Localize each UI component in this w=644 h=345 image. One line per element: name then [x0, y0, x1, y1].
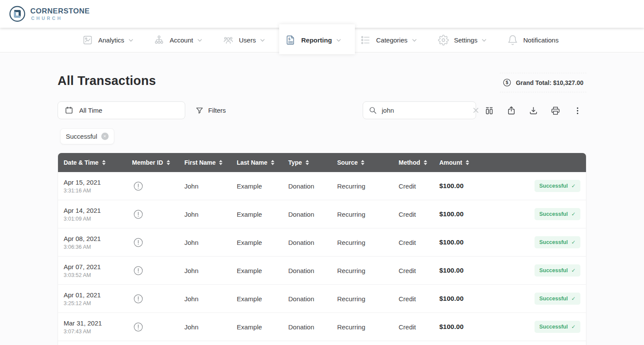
chevron-down-icon — [482, 39, 486, 42]
check-icon: ✓ — [571, 211, 576, 217]
church-logo-icon — [7, 3, 28, 24]
print-button[interactable] — [547, 103, 563, 118]
table-row[interactable]: Apr 08, 2021 3:06:36 AM John Example Don… — [58, 228, 586, 257]
chevron-down-icon — [336, 39, 341, 42]
row-last-name: Example — [237, 239, 288, 246]
row-first-name: John — [184, 182, 237, 190]
member-id-alert-icon[interactable] — [132, 181, 143, 191]
nav-label-categories: Categories — [376, 36, 408, 44]
filter-chip-successful: Successful × — [60, 128, 114, 144]
app-window: CORNERSTONE CHURCH Analytics — [0, 0, 644, 345]
row-time: 3:07:43 AM — [64, 329, 132, 335]
sort-icon — [424, 160, 427, 165]
columns-view-button[interactable] — [481, 103, 497, 118]
member-id-alert-icon[interactable] — [132, 238, 143, 247]
column-header-last-name[interactable]: Last Name — [237, 159, 288, 166]
nav-label-account: Account — [170, 36, 193, 44]
member-id-alert-icon[interactable] — [132, 266, 143, 276]
table-header-row: Date & Time Member ID First Name Last Na… — [58, 153, 586, 172]
brand-subtitle: CHURCH — [31, 16, 90, 21]
column-header-source[interactable]: Source — [337, 159, 399, 166]
nav-label-settings: Settings — [454, 36, 477, 44]
column-header-method[interactable]: Method — [399, 159, 439, 166]
nav-label-users: Users — [239, 36, 256, 44]
date-range-value: All Time — [79, 107, 102, 114]
row-method: Credit — [399, 182, 439, 190]
row-date: Apr 07, 2021 — [64, 263, 132, 270]
chip-remove-icon[interactable]: × — [101, 133, 109, 140]
sort-icon — [361, 160, 364, 165]
row-method: Credit — [399, 211, 439, 218]
column-header-date-time[interactable]: Date & Time — [64, 159, 132, 166]
row-date: Apr 08, 2021 — [64, 235, 132, 242]
member-id-alert-icon[interactable] — [132, 322, 143, 332]
funnel-icon — [196, 107, 203, 114]
download-button[interactable] — [525, 103, 541, 118]
row-time: 3:01:09 AM — [64, 216, 132, 222]
column-header-member-id[interactable]: Member ID — [132, 159, 184, 166]
row-type: Donation — [288, 211, 337, 218]
filter-chip-label: Successful — [66, 133, 97, 140]
table-row[interactable]: Apr 01, 2021 3:25:12 AM John Example Don… — [58, 285, 586, 313]
chevron-down-icon — [260, 39, 265, 42]
nav-item-account[interactable]: Account — [154, 28, 202, 52]
table-row[interactable]: Apr 14, 2021 3:01:09 AM John Example Don… — [58, 200, 586, 228]
sort-icon — [219, 160, 222, 165]
row-time: 3:03:52 AM — [64, 272, 132, 278]
member-id-alert-icon[interactable] — [132, 209, 143, 219]
table-row[interactable]: Apr 15, 2021 3:31:16 AM John Example Don… — [58, 172, 586, 200]
row-amount: $100.00 — [439, 238, 491, 246]
date-range-picker[interactable]: All Time — [58, 101, 185, 119]
status-badge: Successful ✓ — [535, 264, 580, 277]
column-header-type[interactable]: Type — [288, 159, 337, 166]
row-type: Donation — [288, 182, 337, 190]
nav-item-reporting[interactable]: $ Reporting — [285, 28, 341, 52]
categories-icon — [360, 35, 371, 46]
toolbar-actions — [481, 102, 585, 119]
row-type: Donation — [288, 239, 337, 246]
table-row[interactable]: Apr 07, 2021 3:03:52 AM John Example Don… — [58, 257, 586, 285]
row-first-name: John — [184, 295, 237, 303]
brand-logo[interactable]: CORNERSTONE CHURCH — [7, 3, 90, 24]
row-amount: $100.00 — [439, 182, 491, 190]
row-date: Mar 31, 2021 — [64, 319, 132, 327]
row-source: Recurring — [337, 267, 399, 274]
column-header-first-name[interactable]: First Name — [184, 159, 237, 166]
svg-text:$: $ — [288, 37, 290, 41]
nav-item-notifications[interactable]: Notifications — [507, 28, 559, 52]
page-title: All Transactions — [58, 74, 156, 88]
status-badge: Successful ✓ — [535, 321, 580, 333]
row-last-name: Example — [237, 211, 288, 218]
row-first-name: John — [184, 267, 237, 274]
check-icon: ✓ — [571, 267, 576, 273]
sort-icon — [102, 160, 106, 165]
table-row[interactable]: Mar 31, 2021 3:07:43 AM John Example Don… — [58, 313, 586, 341]
member-id-alert-icon[interactable] — [132, 294, 143, 304]
row-amount: $100.00 — [439, 267, 491, 274]
status-badge-label: Successful — [539, 183, 568, 189]
row-first-name: John — [184, 211, 237, 218]
nav-item-users[interactable]: Users — [223, 28, 265, 52]
row-source: Recurring — [337, 295, 399, 303]
search-clear-icon[interactable] — [473, 107, 479, 114]
row-amount: $100.00 — [439, 323, 491, 331]
row-last-name: Example — [237, 182, 288, 190]
more-options-button[interactable] — [570, 103, 585, 118]
brand-name: CORNERSTONE — [30, 7, 90, 15]
row-source: Recurring — [337, 323, 399, 331]
share-button[interactable] — [503, 103, 519, 118]
nav-item-categories[interactable]: Categories — [360, 28, 417, 52]
row-method: Credit — [399, 239, 439, 246]
nav-item-settings[interactable]: Settings — [438, 28, 486, 52]
nav-item-analytics[interactable]: Analytics — [82, 28, 133, 52]
nav-label-reporting: Reporting — [301, 36, 332, 44]
check-icon: ✓ — [571, 324, 576, 330]
analytics-icon — [82, 35, 93, 46]
filters-button[interactable]: Filters — [196, 101, 226, 119]
chevron-down-icon — [129, 39, 133, 42]
search-input[interactable] — [382, 107, 468, 114]
column-header-amount[interactable]: Amount — [439, 159, 491, 166]
row-method: Credit — [399, 295, 439, 303]
table-body: Apr 15, 2021 3:31:16 AM John Example Don… — [58, 172, 586, 341]
status-badge: Successful ✓ — [535, 180, 580, 192]
